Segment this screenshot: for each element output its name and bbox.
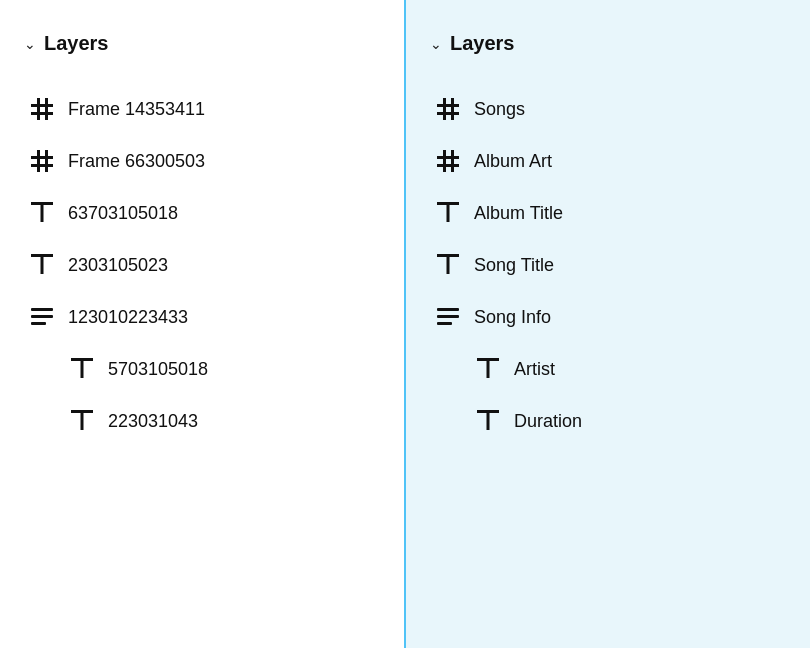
left-layer-list: Frame 14353411Frame 66300503637031050182… (24, 83, 380, 447)
layer-name: Song Info (474, 307, 551, 328)
layer-name: 123010223433 (68, 307, 188, 328)
layer-item[interactable]: Song Info (430, 291, 786, 343)
left-chevron-icon[interactable]: ⌄ (24, 36, 36, 52)
text-icon (71, 410, 93, 432)
layer-name: 223031043 (108, 411, 198, 432)
right-panel-title: Layers (450, 32, 515, 55)
right-panel-header: ⌄ Layers (430, 32, 786, 55)
text-icon (31, 254, 53, 276)
layer-item[interactable]: 63703105018 (24, 187, 380, 239)
layer-item[interactable]: Frame 14353411 (24, 83, 380, 135)
text-icon (477, 410, 499, 432)
layer-name: Song Title (474, 255, 554, 276)
text-icon (31, 202, 53, 224)
text-icon (437, 202, 459, 224)
layer-name: 5703105018 (108, 359, 208, 380)
component-icon (31, 308, 53, 326)
hash-frame-icon (437, 98, 459, 120)
layer-name: Album Title (474, 203, 563, 224)
left-panel-header: ⌄ Layers (24, 32, 380, 55)
layer-item[interactable]: 223031043 (24, 395, 380, 447)
layer-item[interactable]: Album Art (430, 135, 786, 187)
hash-frame-icon (31, 98, 53, 120)
layer-item[interactable]: 123010223433 (24, 291, 380, 343)
left-panel: ⌄ Layers Frame 14353411Frame 66300503637… (0, 0, 406, 648)
layer-item[interactable]: Duration (430, 395, 786, 447)
hash-frame-icon (437, 150, 459, 172)
right-layer-list: SongsAlbum ArtAlbum TitleSong TitleSong … (430, 83, 786, 447)
layer-item[interactable]: Frame 66300503 (24, 135, 380, 187)
layer-name: Artist (514, 359, 555, 380)
layer-item[interactable]: 2303105023 (24, 239, 380, 291)
component-icon (437, 308, 459, 326)
hash-frame-icon (31, 150, 53, 172)
layer-item[interactable]: Song Title (430, 239, 786, 291)
layer-item[interactable]: Songs (430, 83, 786, 135)
layer-item[interactable]: 5703105018 (24, 343, 380, 395)
text-icon (437, 254, 459, 276)
right-chevron-icon[interactable]: ⌄ (430, 36, 442, 52)
layer-name: Album Art (474, 151, 552, 172)
left-panel-title: Layers (44, 32, 109, 55)
layer-item[interactable]: Album Title (430, 187, 786, 239)
layer-item[interactable]: Artist (430, 343, 786, 395)
layer-name: Songs (474, 99, 525, 120)
layer-name: 63703105018 (68, 203, 178, 224)
text-icon (477, 358, 499, 380)
layer-name: Duration (514, 411, 582, 432)
layer-name: 2303105023 (68, 255, 168, 276)
text-icon (71, 358, 93, 380)
layer-name: Frame 66300503 (68, 151, 205, 172)
right-panel: ⌄ Layers SongsAlbum ArtAlbum TitleSong T… (406, 0, 810, 648)
layer-name: Frame 14353411 (68, 99, 205, 120)
